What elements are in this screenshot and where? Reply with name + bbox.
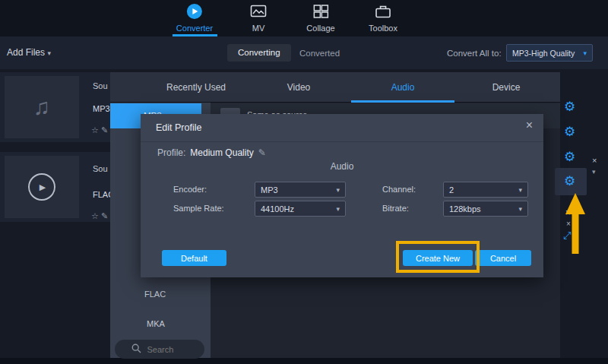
tab-converting[interactable]: Converting [227,44,291,62]
channel-label: Channel: [382,185,416,194]
annotation-arrow-up [565,193,585,254]
annotation-highlight-create-new [396,241,480,273]
settings-gear-icon[interactable]: ⚙ [564,125,575,138]
panel-tab-audio[interactable]: Audio [391,82,415,93]
top-nav-bar: Converter MV Collage Toolbox [0,0,608,36]
settings-gear-icon[interactable]: ⚙ [564,150,575,163]
search-icon [131,343,141,356]
tab-toolbox[interactable]: Toolbox [369,3,397,33]
collapse-chevron-icon[interactable]: ▾ [592,168,596,176]
chevron-down-icon: ▾ [336,186,340,194]
tab-mv-label: MV [252,24,265,33]
bitrate-dropdown[interactable]: 128kbps ▾ [443,201,528,217]
convert-all-to-label: Convert All to: [447,49,502,58]
convert-all-value: MP3-High Quality [512,49,575,58]
sample-rate-label: Sample Rate: [173,204,224,213]
chevron-down-icon: ▾ [47,49,51,57]
bottom-edge-strip [0,358,608,364]
default-button[interactable]: Default [162,250,226,266]
add-files-button[interactable]: Add Files ▾ [7,47,51,58]
profile-label: Profile: [157,147,185,158]
sidebar-item-flac[interactable]: FLAC [110,283,211,305]
profile-panel-tabbar: Recently Used Video Audio Device [110,72,560,103]
settings-gear-icon-highlighted[interactable]: ⚙ [564,175,575,188]
effect-star-icon[interactable]: ☆ [91,125,99,135]
collapse-close-icon[interactable]: × [592,156,597,165]
tab-mv[interactable]: MV [250,3,267,33]
toolbox-briefcase-icon [375,3,391,21]
audio-section-title: Audio [141,161,543,172]
mv-image-icon [250,3,267,21]
panel-tab-video[interactable]: Video [287,82,310,93]
dialog-title: Edit Profile [156,122,201,133]
file-edit-tools[interactable]: ☆ ✎ [91,211,108,221]
encoder-dropdown[interactable]: MP3 ▾ [255,182,346,198]
tab-converter-label: Converter [176,24,213,33]
close-icon[interactable]: × [526,119,533,132]
collage-grid-icon [312,3,329,21]
channel-dropdown[interactable]: 2 ▾ [443,182,528,198]
file-source-text: Sou [93,81,108,90]
rename-pencil-icon[interactable]: ✎ [258,147,266,158]
profile-row: Profile: Medium Quality ✎ [157,147,266,158]
converter-play-circle-icon [186,3,203,21]
chevron-down-icon: ▾ [583,49,587,57]
tab-converter[interactable]: Converter [176,3,213,33]
bitrate-label: Bitrate: [382,204,409,213]
settings-gear-icon[interactable]: ⚙ [564,100,575,113]
edit-profile-dialog: Edit Profile × Profile: Medium Quality ✎… [141,114,543,277]
tab-toolbox-label: Toolbox [369,24,397,33]
cancel-button[interactable]: Cancel [475,250,531,266]
play-button-icon[interactable]: ▶ [28,173,55,201]
tab-collage-label: Collage [306,24,334,33]
file-thumbnail-1: ♫ [5,76,79,138]
convert-all-dropdown[interactable]: MP3-High Quality ▾ [506,44,593,62]
file-row-2: ▶ Sou FLAC ☆ ✎ [0,152,110,222]
sample-rate-dropdown[interactable]: 44100Hz ▾ [255,201,346,217]
file-edit-tools[interactable]: ☆ ✎ [91,125,108,135]
file-row-1: ♫ Sou MP3 ☆ ✎ [0,72,110,142]
search-input[interactable] [146,344,188,355]
dialog-header-divider [141,141,543,142]
edit-pencil-icon[interactable]: ✎ [101,211,108,220]
format-search[interactable] [115,340,204,359]
file-format-dropdown[interactable]: MP3 [93,104,110,113]
encoder-label: Encoder: [173,185,207,194]
chevron-down-icon: ▾ [518,186,522,194]
tab-converted[interactable]: Converted [299,49,340,58]
edit-pencil-icon[interactable]: ✎ [101,125,108,135]
file-thumbnail-2: ▶ [5,156,79,218]
chevron-down-icon: ▾ [336,205,340,213]
tab-collage[interactable]: Collage [306,3,334,33]
profile-value: Medium Quality [190,147,253,158]
chevron-down-icon: ▾ [518,205,522,213]
panel-tab-device[interactable]: Device [492,82,521,93]
music-note-icon: ♫ [33,94,51,120]
converter-toolbar: Add Files ▾ Converting Converted Convert… [0,36,608,69]
sidebar-item-mka[interactable]: MKA [110,312,211,335]
panel-tab-recently-used[interactable]: Recently Used [166,82,226,93]
effect-star-icon[interactable]: ☆ [91,211,99,220]
file-source-text: Sou [93,164,108,173]
